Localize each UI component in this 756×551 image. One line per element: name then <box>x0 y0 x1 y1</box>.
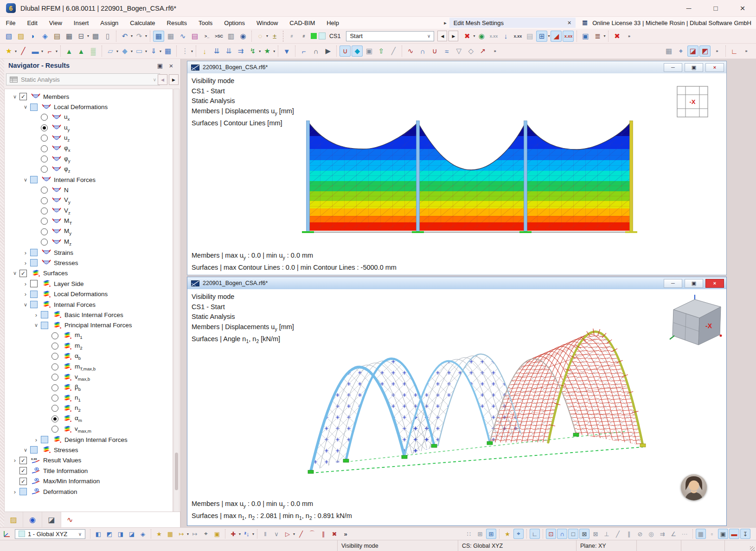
minimize-button[interactable]: ─ <box>675 0 702 16</box>
tree-radio-unselected[interactable] <box>41 156 48 162</box>
redo-dropdown-icon[interactable]: ▾ <box>145 34 147 38</box>
tree-checkbox-partial[interactable] <box>30 291 38 298</box>
snap-intersections-icon[interactable]: ⊠ <box>590 529 601 539</box>
toolbar2-overflow-icon[interactable]: » <box>489 45 500 57</box>
snap-grid-icon[interactable]: ⊡ <box>546 529 556 539</box>
previous-loadcase-button[interactable]: ◀ <box>437 31 447 41</box>
view-isometric-icon[interactable]: ◧ <box>93 529 103 539</box>
tree-radio-unselected[interactable] <box>41 187 48 194</box>
generate-mesh-icon[interactable]: # <box>286 31 297 42</box>
tree-radio-unselected[interactable] <box>51 343 58 350</box>
zoom-window-icon[interactable]: ★ <box>154 529 164 539</box>
viewport-1-titlebar[interactable]: 220901_Bogen_CSA.rf6* ─ ▣ × <box>187 61 726 74</box>
tree-checkbox-partial[interactable] <box>19 488 27 495</box>
snap-perpendicular-icon[interactable]: ⊥ <box>602 529 612 539</box>
nodal-load-icon[interactable]: ↓ <box>199 45 210 57</box>
view-top-icon[interactable]: ◩ <box>104 529 115 539</box>
result-grid-values-icon[interactable]: ⊞ <box>536 31 547 42</box>
section-view-icon[interactable]: ∩ <box>310 45 321 57</box>
tree-checkbox-partial[interactable] <box>30 301 38 308</box>
snap-midpoints-icon[interactable]: ⊠ <box>579 529 589 539</box>
menu-cad-bim[interactable]: CAD-BIM <box>284 17 321 29</box>
viewport-minimize-button[interactable]: ─ <box>664 279 682 288</box>
imperfection-dropdown-icon[interactable]: ▾ <box>259 49 261 53</box>
save-model-icon[interactable]: ▦ <box>64 31 75 42</box>
nodal-support-icon[interactable]: ▲ <box>64 45 75 57</box>
undo-dropdown-icon[interactable]: ▾ <box>131 34 133 38</box>
tree-item-u-x[interactable]: ux <box>5 112 173 123</box>
quick-search-clear-icon[interactable]: × <box>567 19 571 26</box>
member-load-icon[interactable]: ⇊ <box>211 45 222 57</box>
tree-item-m-y[interactable]: My <box>5 227 173 237</box>
tree-item-α-m[interactable]: αm <box>5 414 173 424</box>
hint-balloon-icon[interactable]: ◉ <box>237 31 249 42</box>
tree-expander-icon[interactable]: › <box>21 291 30 298</box>
tree-item-internal-forces[interactable]: ∨Internal Forces <box>5 175 173 185</box>
tree-item-n-1[interactable]: n1 <box>5 393 173 403</box>
cancel-search-icon[interactable]: ✖ <box>611 31 622 42</box>
new-node-dropdown-icon[interactable]: ▾ <box>15 49 17 53</box>
new-polyline-dropdown-icon[interactable]: ▾ <box>56 49 58 53</box>
view-overflow-icon[interactable]: » <box>711 45 723 57</box>
tab-display-navigator[interactable]: ◉ <box>23 512 42 527</box>
quickbar-expander-icon[interactable]: ▸ <box>444 20 447 26</box>
snap-parallel-icon[interactable]: ∥ <box>624 529 634 539</box>
snap-node-icon[interactable]: ✚ <box>228 529 238 539</box>
tree-radio-unselected[interactable] <box>51 363 58 370</box>
close-button[interactable]: × <box>729 0 756 16</box>
visibility-filter-icon[interactable]: ▼ <box>281 45 292 57</box>
tree-item-v-max-b[interactable]: vmax,b <box>5 372 173 382</box>
tree-item-v-y[interactable]: Vy <box>5 195 173 206</box>
member-releases-icon[interactable]: ∿ <box>405 45 416 57</box>
imperfection-icon[interactable]: ↯ <box>247 45 258 57</box>
tree-item-m-z[interactable]: Mz <box>5 237 173 247</box>
member-division-icon[interactable]: ◇ <box>465 45 476 57</box>
new-printout-report-icon[interactable]: ▩ <box>90 31 101 42</box>
snap-guide-points-icon[interactable]: ⌖ <box>513 529 524 539</box>
snap-node-dropdown-icon[interactable]: ▾ <box>239 532 241 536</box>
tree-radio-unselected[interactable] <box>51 353 58 360</box>
tree-checkbox-checked[interactable]: ✓ <box>19 457 27 464</box>
results-visibility-icon[interactable]: ◉ <box>476 31 487 42</box>
tree-item-u-y[interactable]: uy <box>5 123 173 133</box>
menu-view[interactable]: View <box>43 17 68 29</box>
draw-line-icon[interactable]: ╱ <box>296 529 306 539</box>
tree-item-φ-z[interactable]: φz <box>5 164 173 175</box>
add-remove-objects-icon[interactable]: ± <box>269 31 280 42</box>
generated-load-icon[interactable]: ★ <box>262 45 273 57</box>
menu-results[interactable]: Results <box>161 17 192 29</box>
navigation-cube[interactable]: -X <box>670 295 722 345</box>
tree-checkbox-checked[interactable]: ✓ <box>19 478 27 485</box>
print-dropdown-icon[interactable]: ▾ <box>87 34 89 38</box>
paste-model-icon[interactable]: ▤ <box>51 31 63 42</box>
special-selection-dropdown-icon[interactable]: ▾ <box>266 34 268 38</box>
new-surface-icon[interactable]: ▱ <box>105 45 116 57</box>
tree-item-max-min-information[interactable]: ✓Max/Min Information <box>5 476 173 486</box>
result-layers-icon[interactable]: ▤ <box>524 31 535 42</box>
viewport-2-titlebar[interactable]: 220901_Bogen_CSA.rf6* ─ ▣ × <box>187 277 726 290</box>
tree-checkbox-checked[interactable]: ✓ <box>19 93 27 100</box>
tree-item-v-z[interactable]: Vz <box>5 206 173 216</box>
zoom-all-icon[interactable]: ▦ <box>165 529 175 539</box>
tree-expander-icon[interactable]: › <box>10 488 19 495</box>
bottombar-overflow-icon[interactable]: » <box>340 529 351 539</box>
viewport-restore-button[interactable]: ▣ <box>685 63 703 72</box>
contour-values-icon[interactable]: x.xx <box>563 31 574 42</box>
console-window-icon[interactable]: >_ <box>201 31 212 42</box>
clipping-plane-icon[interactable]: ╱ <box>388 45 399 57</box>
snap-generated-points-icon[interactable]: ★ <box>502 529 513 539</box>
work-plane-xy-icon[interactable]: ◪ <box>687 45 698 57</box>
menu-help[interactable]: Help <box>321 17 345 29</box>
tree-radio-unselected[interactable] <box>51 395 58 402</box>
tree-item-m-t-max-b[interactable]: mT,max,b <box>5 362 173 372</box>
line-load-icon[interactable]: ⇊ <box>223 45 234 57</box>
view-3d-icon[interactable]: ◈ <box>138 529 148 539</box>
tree-radio-unselected[interactable] <box>41 228 48 235</box>
tree-expander-icon[interactable]: › <box>32 311 41 318</box>
new-opening-icon[interactable]: ▭ <box>134 45 145 57</box>
new-solid-icon[interactable]: ◆ <box>119 45 130 57</box>
pan-lock-icon[interactable]: ▬ <box>729 529 739 539</box>
tree-expander-icon[interactable]: › <box>21 249 30 256</box>
menu-calculate[interactable]: Calculate <box>124 17 161 29</box>
measure-tool-icon[interactable]: ⌖ <box>201 529 211 539</box>
